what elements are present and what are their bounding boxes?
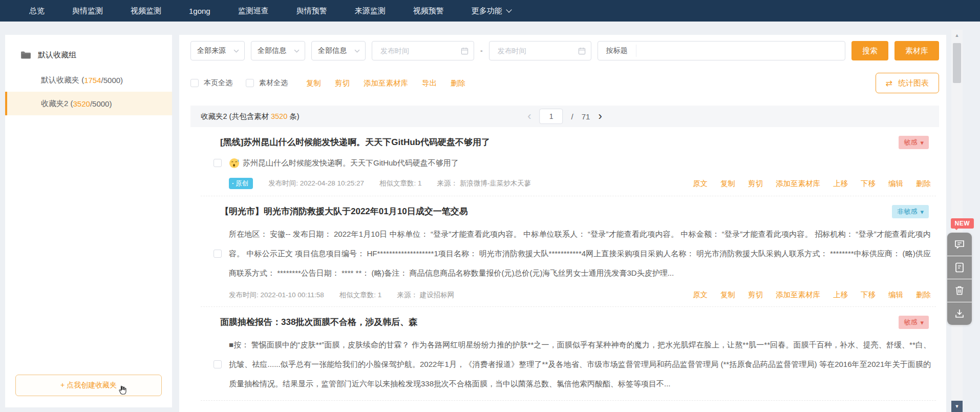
delete-link[interactable]: 删除	[916, 179, 931, 189]
nav-item-1gong[interactable]: 1gong	[175, 0, 224, 22]
document-icon[interactable]	[947, 256, 972, 279]
add-to-library-link[interactable]: 添加至素材库	[776, 290, 820, 300]
download-icon[interactable]	[947, 302, 972, 325]
sweat-emoji-icon	[229, 158, 240, 169]
folder-count: 1754	[84, 76, 101, 85]
folder-count: 3520	[73, 99, 90, 108]
floating-toolbar	[947, 233, 972, 325]
calendar-icon	[461, 47, 468, 55]
folder-limit: /5000)	[90, 99, 112, 108]
copy-link[interactable]: 复制	[720, 179, 735, 189]
info-select-1[interactable]: 全部信息	[251, 41, 305, 60]
comment-icon[interactable]	[947, 233, 972, 256]
item-title[interactable]: [黑线]苏州昆山什么时候能发快递啊。天天下GitHub代码硬盘不够用了	[220, 136, 490, 149]
original-link[interactable]: 原文	[693, 290, 708, 300]
edit-link[interactable]: 编辑	[888, 179, 903, 189]
folder-label: 收藏夹2 (	[41, 99, 73, 109]
bulk-action-bar: 本页全选 素材全选 复制 剪切 添加至素材库 导出 删除 ⇄ 统计图表	[190, 73, 939, 93]
list-item: 面膜抽检报告：338批次面膜不合格，涉及韩后、森 敏感▾ ■按： 警惕面膜中的“…	[201, 307, 936, 401]
move-down-link[interactable]: 下移	[861, 179, 876, 189]
nav-item-source-monitor[interactable]: 来源监测	[341, 0, 399, 22]
scrollbar-thumb[interactable]	[953, 43, 961, 83]
bulk-copy-link[interactable]: 复制	[306, 78, 321, 88]
item-title[interactable]: 面膜抽检报告：338批次面膜不合格，涉及韩后、森	[220, 316, 417, 329]
nav-more-menu[interactable]: 更多功能	[458, 0, 525, 22]
chevron-down-icon	[294, 49, 300, 53]
new-badge: NEW	[951, 218, 974, 229]
item-checkbox[interactable]	[214, 360, 222, 368]
app-window: 总览 舆情监测 视频监测 1gong 监测巡查 舆情预警 来源监测 视频预警 更…	[0, 0, 980, 412]
date-end-field[interactable]	[489, 41, 591, 60]
bulk-cut-link[interactable]: 剪切	[335, 78, 350, 88]
date-start-field[interactable]	[372, 41, 474, 60]
cut-link[interactable]: 剪切	[748, 179, 763, 189]
original-link[interactable]: 原文	[693, 179, 708, 189]
bulk-delete-link[interactable]: 删除	[451, 78, 465, 88]
page-input[interactable]	[540, 109, 563, 124]
bulk-add-to-library-link[interactable]: 添加至素材库	[364, 78, 408, 88]
nav-more-label: 更多功能	[472, 6, 502, 16]
nav-item-video-alert[interactable]: 视频预警	[399, 0, 458, 22]
info-select-2[interactable]: 全部信息	[311, 41, 366, 60]
folder-summary: 收藏夹2 (共包含素材 3520 条)	[201, 112, 300, 121]
trash-icon[interactable]	[947, 279, 972, 302]
total-pages: 71	[582, 112, 590, 121]
list-item: 【明光市】明光市消防救援大队于2022年01月10日成交一笔交易 非敏感▾ 所在…	[201, 196, 936, 307]
caret-down-icon: ▾	[920, 208, 924, 216]
sensitivity-badge[interactable]: 敏感▾	[899, 316, 929, 329]
filter-row: 全部来源 全部信息 全部信息 -	[190, 41, 939, 60]
sensitivity-badge[interactable]: 非敏感▾	[892, 205, 929, 218]
chevron-down-icon	[233, 49, 239, 53]
calendar-icon	[578, 47, 586, 55]
move-up-link[interactable]: 上移	[833, 179, 848, 189]
source-select-value: 全部来源	[197, 46, 226, 55]
select-page-label: 本页全选	[204, 78, 232, 88]
select-page-checkbox[interactable]	[190, 79, 199, 87]
nav-item-inspection[interactable]: 监测巡查	[224, 0, 283, 22]
bulk-export-link[interactable]: 导出	[422, 78, 437, 88]
item-checkbox[interactable]	[214, 159, 222, 167]
info-select-2-value: 全部信息	[318, 46, 347, 55]
item-checkbox[interactable]	[214, 250, 222, 258]
source-select[interactable]: 全部来源	[190, 41, 245, 60]
caret-down-icon: ▾	[920, 319, 924, 326]
sensitivity-badge[interactable]: 敏感▾	[899, 136, 929, 149]
date-start-input[interactable]	[379, 46, 461, 55]
sidebar-folder-2[interactable]: 收藏夹2 (3520/5000)	[5, 92, 172, 115]
sidebar-folder-default[interactable]: 默认收藏夹 (1754/5000)	[5, 68, 172, 92]
move-up-link[interactable]: 上移	[833, 290, 848, 300]
sidebar-group-default[interactable]: 默认收藏组	[5, 35, 172, 68]
delete-link[interactable]: 删除	[916, 290, 931, 300]
nav-item-video-monitor[interactable]: 视频监测	[117, 0, 175, 22]
date-range-separator: -	[480, 47, 483, 55]
move-down-link[interactable]: 下移	[861, 290, 876, 300]
copy-link[interactable]: 复制	[720, 290, 735, 300]
stats-chart-button[interactable]: ⇄ 统计图表	[876, 73, 939, 93]
origin-tag: 原创	[229, 178, 253, 189]
list-header: 收藏夹2 (共包含素材 3520 条) ‹ / 71 ›	[190, 106, 939, 127]
search-button[interactable]: 搜索	[851, 41, 888, 60]
prev-page-button[interactable]: ‹	[527, 111, 531, 122]
create-folder-button[interactable]: + 点我创建收藏夹	[15, 375, 162, 396]
material-library-button[interactable]: 素材库	[894, 41, 939, 60]
nav-item-overview[interactable]: 总览	[15, 0, 58, 22]
page-separator: /	[571, 112, 573, 121]
select-material-checkbox[interactable]	[246, 79, 254, 87]
add-to-library-link[interactable]: 添加至素材库	[776, 179, 820, 189]
folder-icon	[20, 51, 31, 59]
scroll-down-button[interactable]: ▼	[951, 401, 963, 412]
nav-item-sentiment-alert[interactable]: 舆情预警	[283, 0, 341, 22]
bulk-links: 复制 剪切 添加至素材库 导出 删除	[306, 78, 465, 88]
main-panel: 全部来源 全部信息 全部信息 -	[179, 35, 946, 412]
similar-count: 相似文章数: 1	[379, 179, 422, 188]
item-content: ■按： 警惕面膜中的“皮肤**”面膜，皮肤续命的甘霖？ 作为各路网红明星纷纷力推…	[229, 335, 931, 394]
next-page-button[interactable]: ›	[598, 111, 602, 122]
edit-link[interactable]: 编辑	[888, 290, 903, 300]
stats-chart-label: 统计图表	[898, 78, 929, 88]
date-end-input[interactable]	[497, 46, 578, 55]
scroll-up-button[interactable]: ▲	[951, 30, 963, 41]
nav-item-sentiment-monitor[interactable]: 舆情监测	[58, 0, 117, 22]
cut-link[interactable]: 剪切	[748, 290, 763, 300]
title-search-input[interactable]	[636, 47, 845, 55]
item-title[interactable]: 【明光市】明光市消防救援大队于2022年01月10日成交一笔交易	[220, 205, 468, 218]
